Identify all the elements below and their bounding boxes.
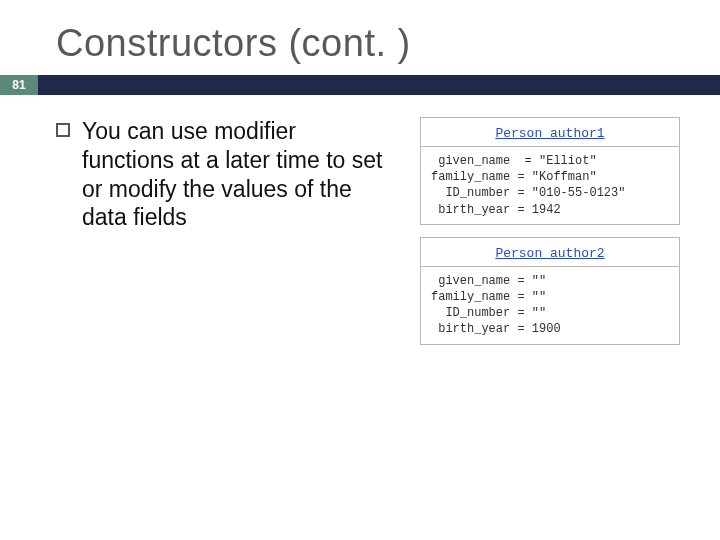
object-header-text: Person author1 [495,126,604,141]
object-box-author2: Person author2 given_name = "" family_na… [420,237,680,345]
object-box-author1: Person author1 given_name = "Elliot" fam… [420,117,680,225]
diagram-column: Person author1 given_name = "Elliot" fam… [398,117,702,345]
object-fields: given_name = "Elliot" family_name = "Kof… [421,147,679,224]
header-bar: 81 [0,75,720,95]
header-bar-fill [38,75,720,95]
object-header: Person author1 [421,118,679,147]
bullet-text: You can use modifier functions at a late… [82,117,386,345]
object-header: Person author2 [421,238,679,267]
object-fields: given_name = "" family_name = "" ID_numb… [421,267,679,344]
slide-body: You can use modifier functions at a late… [0,95,720,345]
bullet-item: You can use modifier functions at a late… [56,117,386,345]
slide-title: Constructors (cont. ) [0,0,720,75]
object-header-text: Person author2 [495,246,604,261]
page-number-badge: 81 [0,75,38,95]
bullet-square-icon [56,123,70,137]
